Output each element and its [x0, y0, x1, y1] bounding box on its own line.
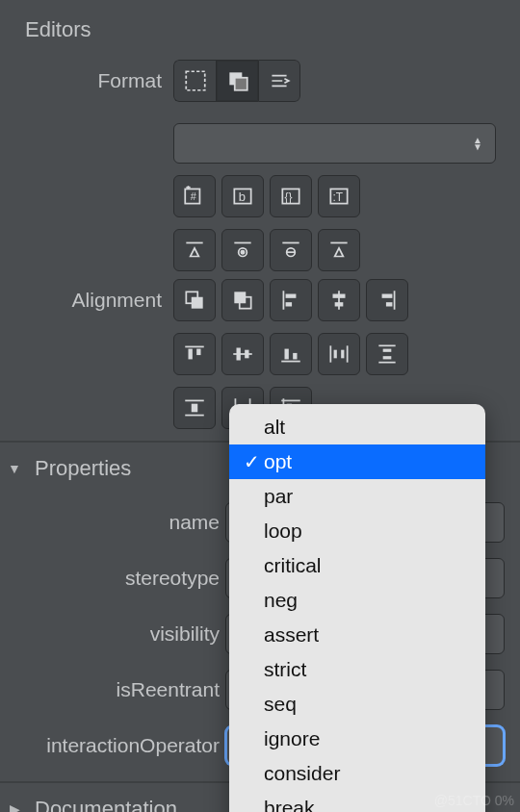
prop-visibility-label: visibility	[0, 622, 225, 646]
transform-b-icon[interactable]	[318, 229, 360, 271]
marquee-select-icon[interactable]	[173, 60, 216, 102]
format-row: Format ▲▼ # b {} :T	[0, 56, 520, 275]
transform-gear-icon[interactable]	[221, 229, 264, 271]
transform-swap-icon[interactable]	[270, 229, 312, 271]
svg-rect-27	[192, 297, 203, 309]
menu-item-par[interactable]: ✓par	[229, 479, 485, 514]
menu-item-assert[interactable]: ✓assert	[229, 618, 485, 652]
svg-text::T: :T	[333, 190, 344, 204]
documentation-title: Documentation	[35, 797, 177, 812]
align-left-icon[interactable]	[270, 279, 312, 321]
menu-item-opt[interactable]: ✓opt	[229, 444, 485, 479]
add-field-icon[interactable]: #	[173, 175, 216, 217]
svg-rect-55	[383, 356, 392, 359]
text-align-icon[interactable]	[258, 60, 300, 102]
menu-item-label: strict	[264, 658, 306, 681]
svg-rect-51	[341, 350, 344, 359]
text-box-icon[interactable]: :T	[318, 175, 360, 217]
svg-rect-44	[245, 350, 248, 359]
svg-rect-37	[382, 294, 393, 298]
svg-rect-47	[293, 353, 297, 360]
menu-item-ignore[interactable]: ✓ignore	[229, 722, 485, 756]
prop-name-label: name	[0, 511, 225, 534]
format-label: Format	[0, 60, 173, 92]
editors-header: Editors	[0, 0, 520, 56]
svg-rect-40	[189, 349, 193, 360]
svg-rect-50	[334, 350, 337, 359]
svg-text:{}: {}	[285, 190, 293, 204]
align-bottom-icon[interactable]	[270, 333, 312, 375]
menu-item-label: seq	[264, 693, 297, 716]
menu-item-alt[interactable]: ✓alt	[229, 410, 485, 444]
send-back-icon[interactable]	[173, 279, 216, 321]
braces-icon[interactable]: {}	[270, 175, 312, 217]
menu-item-label: neg	[264, 589, 298, 612]
overlap-icon[interactable]	[216, 60, 258, 102]
bring-front-icon[interactable]	[221, 279, 264, 321]
hstack-icon[interactable]	[173, 387, 216, 429]
menu-item-consider[interactable]: ✓consider	[229, 756, 485, 791]
prop-isreentrant-label: isReentrant	[0, 678, 225, 701]
align-middle-icon[interactable]	[221, 333, 264, 375]
format-dropdown[interactable]: ▲▼	[173, 123, 496, 164]
check-icon: ✓	[239, 450, 264, 473]
svg-rect-41	[196, 349, 200, 356]
transform-a-icon[interactable]	[173, 229, 216, 271]
menu-item-seq[interactable]: ✓seq	[229, 687, 485, 722]
svg-rect-34	[333, 294, 346, 298]
menu-item-label: ignore	[264, 727, 320, 750]
svg-marker-17	[191, 248, 199, 257]
properties-title: Properties	[35, 456, 131, 481]
chevron-down-icon: ▼	[8, 461, 21, 476]
svg-text:b: b	[239, 190, 246, 204]
distribute-v-icon[interactable]	[366, 333, 408, 375]
chevron-updown-icon: ▲▼	[466, 137, 489, 150]
svg-rect-54	[383, 349, 392, 352]
menu-item-label: critical	[264, 554, 322, 577]
menu-item-neg[interactable]: ✓neg	[229, 583, 485, 618]
svg-rect-38	[386, 302, 393, 306]
align-top-icon[interactable]	[173, 333, 216, 375]
prop-interactionoperator-label: interactionOperator	[0, 734, 225, 757]
distribute-h-icon[interactable]	[318, 333, 360, 375]
menu-item-label: par	[264, 485, 293, 508]
svg-point-20	[241, 251, 244, 254]
svg-rect-0	[186, 71, 205, 90]
menu-item-critical[interactable]: ✓critical	[229, 548, 485, 583]
svg-rect-43	[237, 348, 241, 361]
svg-rect-29	[234, 292, 246, 303]
type-frame-icon[interactable]: b	[221, 175, 264, 217]
svg-rect-31	[286, 294, 297, 298]
menu-item-label: consider	[264, 762, 340, 785]
chevron-right-icon: ▶	[8, 801, 21, 812]
format-mode-segment	[173, 60, 300, 102]
svg-text:#: #	[191, 190, 196, 202]
svg-rect-46	[285, 349, 289, 360]
menu-item-label: alt	[264, 416, 285, 439]
menu-item-label: opt	[264, 450, 292, 473]
svg-rect-58	[192, 404, 198, 413]
menu-item-strict[interactable]: ✓strict	[229, 652, 485, 687]
interactionoperator-menu[interactable]: ✓alt✓opt✓par✓loop✓critical✓neg✓assert✓st…	[229, 404, 485, 812]
align-right-icon[interactable]	[366, 279, 408, 321]
watermark: @51CTO 0%	[434, 793, 514, 808]
menu-item-label: loop	[264, 520, 302, 543]
menu-item-loop[interactable]: ✓loop	[229, 514, 485, 548]
svg-marker-25	[335, 248, 344, 257]
prop-stereotype-label: stereotype	[0, 567, 225, 590]
alignment-label: Alignment	[0, 279, 173, 312]
menu-item-label: break	[264, 797, 315, 812]
menu-item-label: assert	[264, 623, 319, 647]
align-center-icon[interactable]	[318, 279, 360, 321]
svg-rect-2	[234, 78, 247, 90]
svg-rect-32	[286, 302, 293, 306]
svg-rect-35	[335, 302, 344, 306]
